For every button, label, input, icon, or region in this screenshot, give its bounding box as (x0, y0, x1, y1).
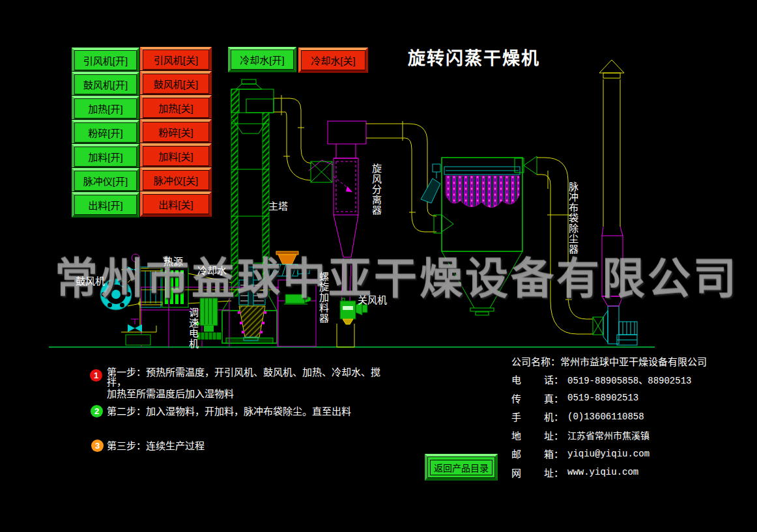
mobile-value: (0)13606110858 (567, 412, 644, 422)
label-screw-feeder: 螺旋加料器 (317, 272, 330, 324)
feed-on-button[interactable]: 加料[开] (72, 144, 139, 169)
company-fax-row: 传真：0519-88902513 (511, 392, 707, 404)
company-name: 常州市益球中亚干燥设备有限公司 (560, 354, 707, 368)
email-value: yiqiu@yiqiu.com (567, 449, 650, 459)
page-title: 旋转闪蒸干燥机 (408, 44, 540, 70)
discharge-off-button[interactable]: 出料[关] (140, 191, 212, 217)
cooling-water-off-button[interactable]: 冷却水[关] (298, 48, 368, 73)
label-cyclone: 旋风分离器 (369, 163, 383, 216)
label-bag-filter: 脉冲布袋除尘器 (566, 182, 580, 255)
company-name-row: 公司名称：常州市益球中亚干燥设备有限公司 (511, 355, 707, 367)
label-blower: 鼓风机 (76, 273, 105, 287)
crush-on-button[interactable]: 粉碎[开] (72, 120, 139, 145)
company-info: 公司名称：常州市益球中亚干燥设备有限公司 电话：0519-88905858、88… (511, 355, 707, 485)
label-main-tower: 主塔 (268, 199, 288, 212)
back-to-catalog-button[interactable]: 返回产品目录 (425, 454, 498, 481)
step-3-text: 第三步：连续生产过程 (107, 441, 205, 451)
blower-on-button[interactable]: 鼓风机[开] (72, 72, 139, 97)
fan-damper (593, 317, 603, 335)
crush-off-button[interactable]: 粉碎[关] (140, 119, 212, 145)
heat-on-button[interactable]: 加热[开] (72, 96, 139, 121)
hmi-screen: 常州市益球中亚干燥设备有限公司 旋转闪蒸干燥机 引风机[开] 鼓风机[开] 加热… (0, 0, 757, 532)
tower-cyclone-pipe (274, 95, 311, 180)
back-button-label: 返回产品目录 (430, 460, 493, 475)
label-heat-source: 热源 (164, 254, 183, 268)
feed-off-button[interactable]: 加料[关] (140, 143, 212, 169)
company-address-row: 地址：江苏省常州市焦溪镇 (511, 429, 707, 441)
step-1-badge: 1 (90, 369, 102, 382)
website-value: www.yiqiu.com (567, 467, 638, 477)
company-website-row: 网址：www.yiqiu.com (511, 466, 707, 478)
company-mobile-row: 手机：(0)13606110858 (511, 411, 707, 423)
company-phone-row: 电话：0519-88905858、88902513 (511, 374, 707, 385)
cooling-water-on-button[interactable]: 冷却水[开] (228, 47, 296, 72)
fax-value: 0519-88902513 (567, 393, 638, 403)
label-speed-motor: 调速电机 (186, 307, 200, 349)
step-2-text: 第二步：加入湿物料，开加料，脉冲布袋除尘。直至出料 (107, 406, 351, 416)
step-1-text: 第一步：预热所需温度，开引风机、鼓风机、加热、冷却水、搅拌， (107, 367, 383, 387)
step-3-badge: 3 (91, 440, 104, 452)
label-cooling-water: 冷却水 (197, 263, 227, 277)
fan-on-button[interactable]: 引风机[开] (72, 48, 139, 73)
address-value: 江苏省常州市焦溪镇 (567, 428, 650, 441)
pulse-on-button[interactable]: 脉冲仪[开] (72, 168, 139, 193)
blower-off-button[interactable]: 鼓风机[关] (140, 71, 212, 96)
discharge-on-button[interactable]: 出料[开] (72, 192, 139, 217)
fan-off-button[interactable]: 引风机[关] (140, 47, 212, 72)
company-email-row: 邮箱：yiqiu@yiqiu.com (511, 448, 707, 460)
heat-off-button[interactable]: 加热[关] (140, 95, 212, 120)
label-rotary-valve: 关风机 (358, 292, 387, 306)
filter-bags (446, 176, 519, 208)
pulse-off-button[interactable]: 脉冲仪[关] (140, 167, 212, 193)
step-2-badge: 2 (91, 405, 103, 417)
induced-draft-fan (603, 306, 637, 345)
step-1-text-2: 加热至所需温度后加入湿物料 (107, 389, 234, 399)
company-name-label: 公司名称： (511, 354, 560, 368)
watermark: 常州市益球中亚干燥设备有限公司 (55, 244, 739, 306)
phone-value: 0519-88905858、88902513 (567, 373, 691, 386)
collection-box (337, 324, 354, 347)
